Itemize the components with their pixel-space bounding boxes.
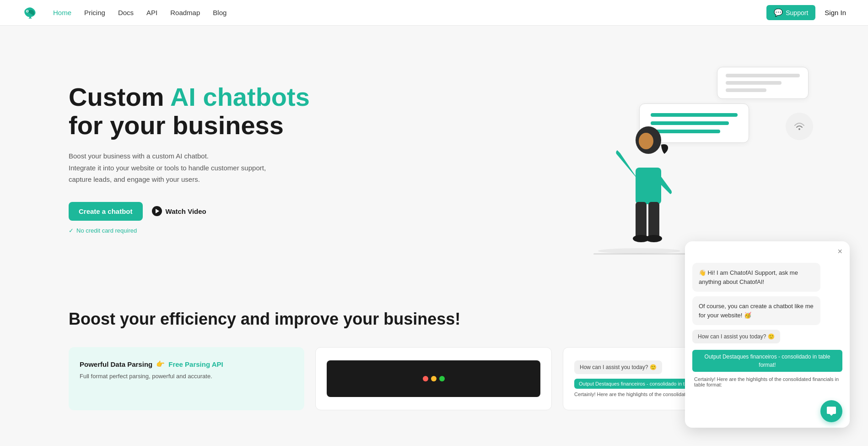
chat-close-button[interactable]: × [837, 247, 842, 256]
nav-links: Home Pricing Docs API Roadmap Blog [53, 9, 226, 16]
check-icon: ✓ [69, 227, 74, 234]
character-illustration [603, 117, 685, 255]
hero-title-highlight: AI chatbots [170, 82, 310, 111]
chatof-header: × [685, 241, 850, 259]
svg-point-9 [798, 128, 800, 130]
support-icon: 💬 [774, 8, 783, 17]
navbar-right: 💬 Support Sign In [766, 5, 846, 20]
howcan-text: How can I assist you today? 🙂 [692, 330, 780, 343]
signal-icon [786, 113, 813, 140]
svg-point-7 [646, 235, 662, 242]
navbar-left: Home Pricing Docs API Roadmap Blog [22, 5, 226, 21]
nav-roadmap[interactable]: Roadmap [170, 9, 200, 16]
hero-content: Custom AI chatbots for your business Boo… [69, 83, 310, 234]
dot-yellow [431, 376, 437, 381]
bubble-line-gray1 [726, 74, 800, 77]
hero-title-part1: Custom [69, 82, 170, 111]
card-title-text: Powerful Data Parsing [80, 360, 152, 368]
card-link[interactable]: Free Parsing API [168, 360, 223, 368]
chatof-panel: × 👋 Hi! I am ChatofAI Support, ask me an… [685, 241, 850, 428]
watch-video-label: Watch Video [166, 207, 206, 215]
no-cc-text: No credit card required [76, 227, 137, 234]
logo-icon [22, 5, 38, 21]
how-can-assist: How can I assist you today? 🙂 [574, 360, 662, 374]
screenshot-placeholder [327, 360, 540, 397]
feature-card-parsing: Powerful Data Parsing 👉 Free Parsing API… [69, 347, 304, 410]
feature-card-screenshot [315, 347, 552, 410]
nav-pricing[interactable]: Pricing [84, 9, 105, 16]
chat-bubble-row [685, 395, 850, 428]
svg-rect-4 [636, 202, 647, 239]
signin-link[interactable]: Sign In [825, 9, 846, 16]
nav-docs[interactable]: Docs [118, 9, 134, 16]
hero-illustration [593, 62, 813, 255]
navbar: Home Pricing Docs API Roadmap Blog 💬 Sup… [0, 0, 868, 26]
feature-card-title: Powerful Data Parsing 👉 Free Parsing API [80, 360, 293, 368]
chat-msg-1: 👋 Hi! I am ChatofAI Support, ask me anyt… [692, 263, 820, 292]
bubble-line-gray3 [726, 88, 766, 92]
nav-home[interactable]: Home [53, 9, 71, 16]
chat-bubble-icon [826, 406, 837, 417]
chatof-messages: 👋 Hi! I am ChatofAI Support, ask me anyt… [685, 259, 850, 395]
nav-blog[interactable]: Blog [213, 9, 226, 16]
chat-msg-2: Of course, you can create a chatbot like… [692, 296, 820, 325]
ground-shadow [598, 248, 680, 254]
bubble-line-gray2 [726, 81, 782, 85]
support-button[interactable]: 💬 Support [766, 5, 815, 20]
dot-green [439, 376, 445, 381]
hero-title-part2: for your business [69, 111, 284, 140]
signal-svg [792, 119, 807, 134]
svg-rect-5 [648, 202, 659, 239]
bubble-secondary [717, 67, 809, 99]
chat-icon-button[interactable] [820, 400, 842, 422]
chat-msg-howcan: How can I assist you today? 🙂 [692, 330, 842, 345]
svg-point-8 [639, 133, 653, 149]
svg-point-1 [27, 11, 28, 12]
watch-video-button[interactable]: Watch Video [152, 206, 206, 216]
create-chatbot-button[interactable]: Create a chatbot [69, 202, 143, 221]
card-emoji: 👉 [156, 360, 165, 368]
feature-card-desc: Full format perfect parsing, powerful an… [80, 372, 293, 381]
svg-rect-3 [636, 168, 661, 204]
nav-api[interactable]: API [146, 9, 157, 16]
play-icon [152, 206, 162, 216]
chat-small-msg: Certainly! Here are the highlights of th… [692, 376, 842, 387]
logo[interactable] [22, 5, 38, 21]
bubble-line-teal1 [651, 113, 738, 117]
dot-red [423, 376, 428, 381]
hero-title: Custom AI chatbots for your business [69, 83, 310, 139]
hero-actions: Create a chatbot Watch Video [69, 202, 310, 221]
support-label: Support [786, 9, 808, 16]
hero-subtitle: Boost your business with a custom AI cha… [69, 150, 310, 185]
play-triangle [156, 209, 159, 213]
chat-highlight: Output Destaques financeiros - consolida… [692, 350, 842, 372]
no-credit-card: ✓ No credit card required [69, 227, 310, 234]
